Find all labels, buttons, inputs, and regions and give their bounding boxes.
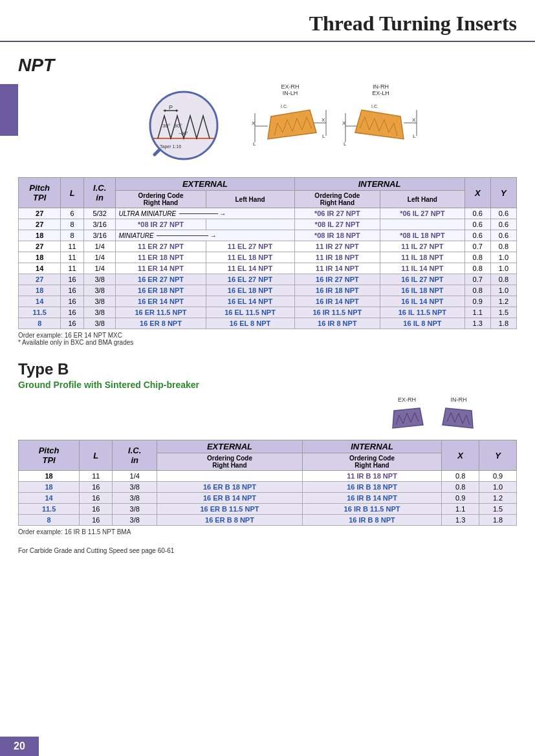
cell-int-rh: 16 IR 14 NPT — [294, 296, 380, 307]
cell-y: 0.6 — [490, 219, 516, 230]
svg-text:L: L — [344, 141, 347, 147]
cell-pitch: 14 — [19, 296, 61, 307]
typeb-in-rh-label: IN-RH — [451, 396, 467, 403]
th-ic: I.C.in — [83, 178, 116, 208]
th-internal: INTERNAL — [294, 178, 464, 191]
typeb-cell-l: 16 — [80, 493, 113, 504]
cell-pitch: 18 — [19, 230, 61, 241]
svg-marker-31 — [442, 408, 473, 428]
cell-l: 8 — [61, 219, 84, 230]
typeb-cell-ext-rh: 16 ER B 14 NPT — [157, 493, 303, 504]
cell-l: 8 — [61, 230, 84, 241]
cell-int-rh: *08 IL 27 NPT — [294, 219, 380, 230]
th-ext-rh: Ordering CodeRight Hand — [116, 191, 206, 208]
cell-y: 1.2 — [490, 296, 516, 307]
cell-x: 0.8 — [464, 285, 490, 296]
cell-x: 0.7 — [464, 241, 490, 252]
typeb-cell-l: 16 — [80, 515, 113, 526]
table-header-top: PitchTPI L I.C.in EXTERNAL INTERNAL X Y — [19, 178, 517, 191]
cell-int-rh: 16 IR 8 NPT — [294, 318, 380, 329]
typeb-th-ext-rh: Ordering CodeRight Hand — [157, 453, 303, 471]
cell-int-rh: *08 IR 18 NPT — [294, 230, 380, 241]
npt-section-title: NPT — [18, 55, 517, 76]
typeb-cell-ext-rh: 16 ER B 8 NPT — [157, 515, 303, 526]
cell-y: 1.5 — [490, 307, 516, 318]
cell-ext-rh: 11 ER 27 NPT — [116, 241, 206, 252]
th-x: X — [464, 178, 490, 208]
cell-ic: 3/8 — [83, 274, 116, 285]
th-external: EXTERNAL — [116, 178, 294, 191]
cell-l: 16 — [61, 274, 84, 285]
cell-y: 1.0 — [490, 285, 516, 296]
npt-table-section: PitchTPI L I.C.in EXTERNAL INTERNAL X Y … — [18, 177, 517, 346]
cell-pitch: 27 — [19, 208, 61, 219]
typeb-th-l: L — [80, 440, 113, 471]
cell-ic: 3/8 — [83, 318, 116, 329]
th-y: Y — [490, 178, 516, 208]
svg-point-1 — [150, 92, 217, 159]
thread-geometry-diagram: P 30° 30° ~00° Taper 1:16 — [116, 83, 239, 169]
cell-pitch: 18 — [19, 252, 61, 263]
cell-int-rh: 11 IR 14 NPT — [294, 263, 380, 274]
typeb-cell-x: 0.8 — [442, 482, 479, 493]
cell-int-rh: *06 IR 27 NPT — [294, 208, 380, 219]
typeb-cell-ic: 3/8 — [113, 504, 157, 515]
typeb-cell-int-rh: 16 IR B 14 NPT — [302, 493, 441, 504]
cell-pitch: 27 — [19, 241, 61, 252]
cell-int-rh: 16 IR 27 NPT — [294, 274, 380, 285]
cell-int-lh — [380, 219, 464, 230]
cell-ext-rh: 16 ER 18 NPT — [116, 285, 206, 296]
cell-l: 11 — [61, 241, 84, 252]
svg-text:L: L — [413, 133, 416, 139]
typeb-cell-pitch: 11.5 — [19, 504, 80, 515]
cell-ext-rh: *08 IR 27 NPT — [116, 219, 206, 230]
cell-ic: 1/4 — [83, 241, 116, 252]
npt-order-example: Order example: 16 ER 14 NPT MXC * Availa… — [18, 332, 517, 346]
cell-pitch: 18 — [19, 285, 61, 296]
typeb-cell-ext-rh: 16 ER B 18 NPT — [157, 482, 303, 493]
typeb-cell-x: 0.8 — [442, 471, 479, 482]
typeb-cell-ext-rh: 16 ER B 11.5 NPT — [157, 504, 303, 515]
cell-y: 0.6 — [490, 230, 516, 241]
typeb-diagram-area: EX-RH IN-RH — [18, 396, 517, 435]
cell-pitch: 14 — [19, 263, 61, 274]
typeb-cell-y: 1.8 — [479, 515, 517, 526]
typeb-cell-pitch: 18 — [19, 471, 80, 482]
cell-int-lh: *08 IL 18 NPT — [380, 230, 464, 241]
svg-text:L: L — [253, 141, 256, 147]
cell-l: 16 — [61, 285, 84, 296]
typeb-th-ic: I.C.in — [113, 440, 157, 471]
cell-ext-rh: 16 ER 27 NPT — [116, 274, 206, 285]
typeb-cell-l: 16 — [80, 482, 113, 493]
cell-ic: 3/8 — [83, 285, 116, 296]
th-l: L — [61, 178, 84, 208]
cell-y: 1.0 — [490, 263, 516, 274]
typeb-cell-ic: 3/8 — [113, 515, 157, 526]
cell-x: 1.1 — [464, 307, 490, 318]
cell-int-rh: 16 IR 11.5 NPT — [294, 307, 380, 318]
typeb-header-top: PitchTPI L I.C.in EXTERNAL INTERNAL X Y — [19, 440, 517, 453]
cell-l: 16 — [61, 296, 84, 307]
svg-marker-19 — [268, 110, 316, 139]
cell-ext-rh: 16 ER 11.5 NPT — [116, 307, 206, 318]
svg-text:~00°: ~00° — [179, 131, 188, 136]
cell-int-lh: 11 IL 27 NPT — [380, 241, 464, 252]
mini-label-cell: MINIATURE → — [116, 230, 294, 241]
typeb-cell-ic: 3/8 — [113, 482, 157, 493]
cell-x: 0.7 — [464, 274, 490, 285]
typeb-th-y: Y — [479, 440, 517, 471]
th-int-lh: Left Hand — [380, 191, 464, 208]
cell-x: 0.9 — [464, 296, 490, 307]
cell-ext-rh: 11 ER 18 NPT — [116, 252, 206, 263]
cell-ext-lh: 16 EL 8 NPT — [206, 318, 294, 329]
cell-l: 16 — [61, 318, 84, 329]
cell-ic: 1/4 — [83, 263, 116, 274]
cell-l: 11 — [61, 263, 84, 274]
cell-ext-rh: 16 ER 8 NPT — [116, 318, 206, 329]
ultra-mini-label-cell: ULTRA MINIATURE → — [116, 208, 294, 219]
page-header: Thread Turning Inserts — [0, 0, 535, 42]
typeb-section-title: Type B — [18, 360, 517, 378]
cell-l: 16 — [61, 307, 84, 318]
npt-table: PitchTPI L I.C.in EXTERNAL INTERNAL X Y … — [18, 177, 517, 329]
cell-ext-lh: 11 EL 27 NPT — [206, 241, 294, 252]
